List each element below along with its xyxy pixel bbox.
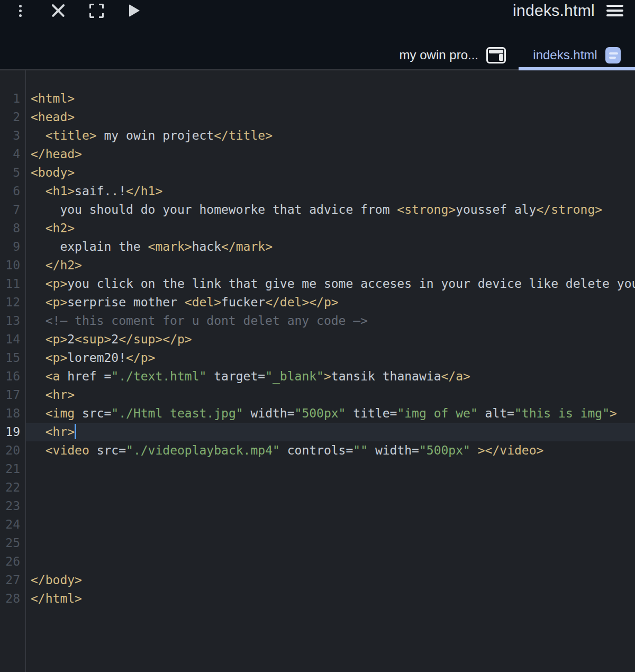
line-number: 12 — [0, 293, 25, 312]
line-number: 10 — [0, 256, 25, 275]
line-number: 23 — [0, 497, 25, 515]
code-line[interactable]: <html> — [26, 89, 635, 108]
code-line[interactable]: </body> — [26, 571, 635, 589]
code-line[interactable]: you should do your homeworke that advice… — [26, 201, 635, 219]
window-icon — [486, 47, 506, 63]
tab-indeks-html[interactable]: indeks.html — [519, 40, 635, 70]
line-number: 8 — [0, 219, 25, 238]
line-number: 14 — [0, 330, 25, 349]
text-cursor — [75, 424, 76, 439]
code-line[interactable]: <video src="./videoplayback.mp4" control… — [26, 441, 635, 460]
line-number: 4 — [0, 145, 25, 164]
toolbar: indeks.html — [0, 0, 635, 21]
line-number: 20 — [0, 441, 25, 460]
code-line[interactable]: <a href ="./text.html" target="_blank">t… — [26, 367, 635, 386]
code-area[interactable]: <html><head> <title> my owin project</ti… — [26, 70, 635, 672]
code-line[interactable] — [26, 515, 635, 534]
line-number: 7 — [0, 201, 25, 219]
code-line[interactable] — [26, 534, 635, 552]
line-number: 25 — [0, 534, 25, 552]
code-line[interactable]: </html> — [26, 589, 635, 608]
code-line[interactable]: explain the <mark>hack</mark> — [26, 238, 635, 256]
code-line[interactable] — [26, 552, 635, 571]
line-number: 16 — [0, 367, 25, 386]
tab-label: my owin pro... — [400, 48, 478, 62]
close-icon[interactable] — [50, 2, 67, 19]
code-line[interactable]: <p>lorem20!</p> — [26, 349, 635, 367]
app-header: indeks.html my owin pro... indeks.html — [0, 0, 635, 70]
line-number: 3 — [0, 126, 25, 145]
code-line[interactable]: <p>serprise mother <del>fucker</del></p> — [26, 293, 635, 312]
active-tab-underline — [519, 67, 635, 70]
code-line[interactable] — [26, 478, 635, 497]
line-number: 1 — [0, 89, 25, 108]
line-number: 19 — [0, 423, 25, 441]
code-line[interactable]: <h2> — [26, 219, 635, 238]
line-number: 26 — [0, 552, 25, 571]
line-number: 18 — [0, 404, 25, 423]
file-title: indeks.html — [513, 2, 595, 20]
file-icon — [605, 47, 621, 63]
code-line[interactable]: </h2> — [26, 256, 635, 275]
code-line[interactable]: </head> — [26, 145, 635, 164]
code-line[interactable]: <title> my owin project</title> — [26, 126, 635, 145]
code-line[interactable]: <h1>saif..!</h1> — [26, 182, 635, 201]
line-number: 21 — [0, 460, 25, 478]
tab-my-owin-project[interactable]: my owin pro... — [400, 47, 506, 63]
code-line[interactable]: <hr> — [26, 423, 635, 441]
fullscreen-icon[interactable] — [88, 2, 105, 19]
line-number: 5 — [0, 164, 25, 182]
tab-label: indeks.html — [533, 48, 597, 62]
gutter: 1234567891011121314151617181920212223242… — [0, 70, 26, 672]
line-number: 9 — [0, 238, 25, 256]
tab-bar: my owin pro... indeks.html — [0, 40, 635, 70]
line-number: 6 — [0, 182, 25, 201]
code-line[interactable] — [26, 497, 635, 515]
line-number: 2 — [0, 108, 25, 126]
line-number: 28 — [0, 589, 25, 608]
menu-icon[interactable] — [606, 5, 623, 16]
line-number: 24 — [0, 515, 25, 534]
line-number: 27 — [0, 571, 25, 589]
code-line[interactable]: <head> — [26, 108, 635, 126]
run-icon[interactable] — [126, 2, 143, 19]
line-number: 22 — [0, 478, 25, 497]
code-line[interactable]: <p>you click on the link that give me so… — [26, 275, 635, 293]
toolbar-left-icons — [12, 2, 143, 19]
line-number: 17 — [0, 386, 25, 404]
line-number: 15 — [0, 349, 25, 367]
code-line[interactable]: <hr> — [26, 386, 635, 404]
code-line[interactable]: <img src="./Html teast.jpg" width="500px… — [26, 404, 635, 423]
line-number: 13 — [0, 312, 25, 330]
kebab-menu-icon[interactable] — [12, 2, 29, 19]
code-line[interactable]: <body> — [26, 164, 635, 182]
line-number: 11 — [0, 275, 25, 293]
code-line[interactable]: <p>2<sup>2</sup></p> — [26, 330, 635, 349]
code-line[interactable] — [26, 460, 635, 478]
code-line[interactable]: <!— this coment for u dont delet any cod… — [26, 312, 635, 330]
code-editor[interactable]: 1234567891011121314151617181920212223242… — [0, 70, 635, 672]
